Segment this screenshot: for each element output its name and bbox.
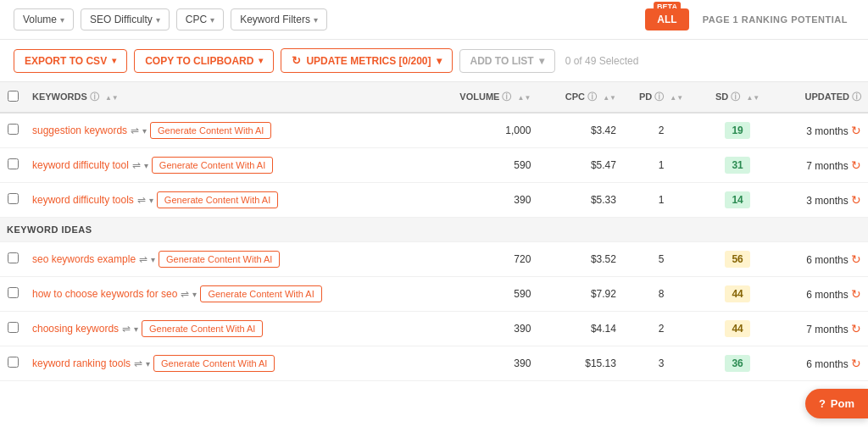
keyword-dropdown-icon[interactable]: ▾ [144,161,148,170]
pom-label: Pom [831,397,854,410]
row-cpc: $3.52 [537,242,623,277]
table-row: seo keywords example⇌▾Generate Content W… [0,242,868,277]
refresh-icon[interactable]: ↻ [851,287,861,301]
keyword-link[interactable]: choosing keywords [32,323,119,335]
row-volume: 590 [426,148,537,183]
row-volume: 590 [426,277,537,312]
generate-content-button[interactable]: Generate Content With AI [150,122,271,139]
keyword-link[interactable]: how to choose keywords for seo [32,288,177,300]
keyword-filter-icon[interactable]: ⇌ [122,323,131,335]
row-updated: 6 months ↻ [776,277,868,312]
generate-content-button[interactable]: Generate Content With AI [142,320,263,337]
sd-sort-icon[interactable]: ▲▼ [746,94,760,102]
generate-content-button[interactable]: Generate Content With AI [159,251,280,268]
keyword-link[interactable]: keyword difficulty tool [32,159,129,171]
seo-difficulty-filter[interactable]: SEO Difficulty ▾ [81,8,170,30]
keyword-link[interactable]: keyword ranking tools [32,357,131,369]
keyword-filter-icon[interactable]: ⇌ [137,194,146,206]
row-checkbox[interactable] [8,322,19,333]
header-keywords: KEYWORDS ⓘ ▲▼ [25,82,426,113]
update-metrics-chevron-icon: ▾ [437,55,442,67]
row-checkbox[interactable] [8,158,19,169]
generate-content-button[interactable]: Generate Content With AI [200,285,321,302]
keyword-filters-filter[interactable]: Keyword Filters ▾ [231,8,327,30]
row-pd: 1 [623,148,699,183]
keywords-info-icon: ⓘ [90,91,99,102]
row-checkbox-cell [0,312,25,346]
row-cpc: $15.13 [537,346,623,381]
copy-clipboard-chevron-icon: ▾ [259,56,263,65]
refresh-icon[interactable]: ↻ [851,193,861,207]
refresh-icon[interactable]: ↻ [851,252,861,266]
table-row: keyword difficulty tools⇌▾Generate Conte… [0,183,868,218]
keyword-dropdown-icon[interactable]: ▾ [149,196,153,205]
generate-content-button[interactable]: Generate Content With AI [152,157,273,174]
row-pd: 2 [623,113,699,148]
row-checkbox[interactable] [8,252,19,263]
row-checkbox[interactable] [8,357,19,368]
row-checkbox-cell [0,113,25,148]
keyword-dropdown-icon[interactable]: ▾ [146,359,150,368]
keyword-link[interactable]: suggestion keywords [32,125,127,136]
row-updated: 3 months ↻ [776,183,868,218]
header-pd: PD ⓘ ▲▼ [623,82,699,113]
table-header-row: KEYWORDS ⓘ ▲▼ VOLUME ⓘ ▲▼ CPC ⓘ ▲▼ PD ⓘ [0,82,868,113]
keyword-dropdown-icon[interactable]: ▾ [142,126,147,136]
refresh-icon[interactable]: ↻ [851,124,861,137]
volume-sort-icon[interactable]: ▲▼ [518,94,531,102]
export-csv-button[interactable]: EXPORT TO CSV ▾ [14,49,127,73]
row-sd: 31 [699,148,776,183]
refresh-icon[interactable]: ↻ [851,357,861,370]
row-checkbox-cell [0,242,25,277]
volume-filter[interactable]: Volume ▾ [14,8,74,30]
keyword-filter-icon[interactable]: ⇌ [181,288,189,300]
keywords-sort-icon[interactable]: ▲▼ [105,94,119,102]
sd-badge: 44 [725,285,749,302]
keyword-dropdown-icon[interactable]: ▾ [192,290,197,299]
page1-tab-button[interactable]: PAGE 1 RANKING POTENTIAL [696,9,854,30]
row-updated: 7 months ↻ [776,312,868,346]
row-updated: 6 months ↻ [776,242,868,277]
update-metrics-button[interactable]: ↻ UPDATE METRICS [0/200] ▾ [281,48,452,73]
row-cpc: $5.33 [537,183,623,218]
refresh-icon[interactable]: ↻ [851,322,861,335]
row-sd: 14 [699,183,776,218]
row-sd: 19 [699,113,776,148]
keyword-dropdown-icon[interactable]: ▾ [134,324,138,334]
row-checkbox[interactable] [8,124,19,135]
select-all-checkbox[interactable] [8,91,19,102]
cpc-filter[interactable]: CPC ▾ [176,8,224,30]
all-tab-container: BETA ALL [645,8,688,30]
row-updated: 6 months ↻ [776,346,868,381]
cpc-info-icon: ⓘ [587,91,597,102]
header-sd: SD ⓘ ▲▼ [699,82,776,113]
cpc-sort-icon[interactable]: ▲▼ [603,94,616,102]
row-keyword-cell: suggestion keywords⇌▾Generate Content Wi… [25,113,426,148]
keyword-filter-icon[interactable]: ⇌ [131,125,139,136]
row-checkbox-cell [0,148,25,183]
keyword-link[interactable]: seo keywords example [32,253,136,265]
header-checkbox-cell [0,82,25,113]
update-metrics-label: UPDATE METRICS [0/200] [306,55,431,67]
header-cpc: CPC ⓘ ▲▼ [537,82,623,113]
all-tab-button[interactable]: ALL [645,8,688,30]
keyword-filter-icon[interactable]: ⇌ [132,159,141,171]
keyword-link[interactable]: keyword difficulty tools [32,194,134,206]
keyword-filter-icon[interactable]: ⇌ [139,253,147,265]
keyword-dropdown-icon[interactable]: ▾ [151,255,155,264]
pom-button[interactable]: ? Pom [805,389,868,418]
seo-difficulty-label: SEO Difficulty [90,14,153,25]
copy-clipboard-button[interactable]: COPY TO CLIPBOARD ▾ [134,49,274,73]
table-row: keyword difficulty tool⇌▾Generate Conten… [0,148,868,183]
cpc-chevron-icon: ▾ [210,15,214,25]
row-checkbox[interactable] [8,287,19,298]
add-list-chevron-icon: ▾ [539,55,544,67]
refresh-icon[interactable]: ↻ [851,158,861,172]
add-to-list-button[interactable]: ADD TO LIST ▾ [459,49,555,73]
keyword-filter-icon[interactable]: ⇌ [134,357,142,369]
pd-sort-icon[interactable]: ▲▼ [670,94,683,102]
generate-content-button[interactable]: Generate Content With AI [153,355,275,372]
row-checkbox[interactable] [8,193,19,204]
generate-content-button[interactable]: Generate Content With AI [157,191,278,208]
table-row: keyword ranking tools⇌▾Generate Content … [0,346,868,381]
